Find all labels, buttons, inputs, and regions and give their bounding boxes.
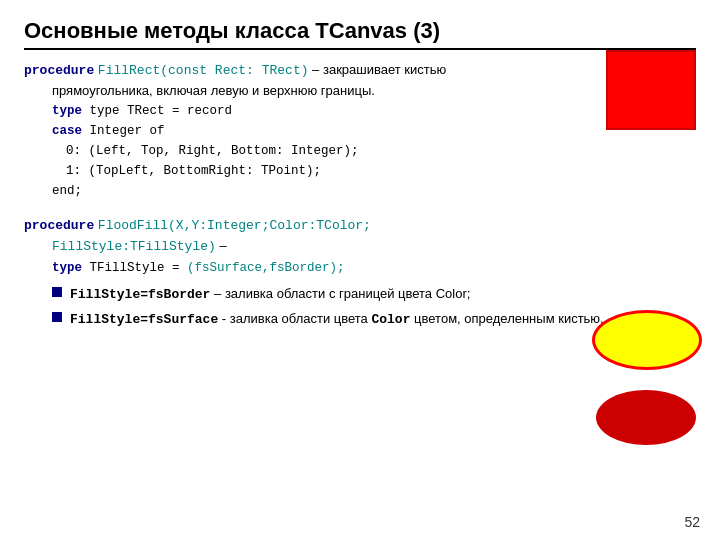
section2-line1: procedure FloodFill(X,Y:Integer;Color:TC…	[24, 215, 696, 236]
yellow-ellipse-graphic	[592, 310, 702, 370]
section1: procedure FillRect(const Rect: TRect) – …	[24, 60, 696, 201]
bullet1-content: FillStyle=fsBorder – заливка области с г…	[70, 284, 470, 305]
keyword-procedure2: procedure	[24, 218, 94, 233]
section1-line1: procedure FillRect(const Rect: TRect) – …	[24, 60, 696, 81]
keyword-procedure1: procedure	[24, 63, 94, 78]
section2-line2: FillStyle:TFillStyle) –	[52, 236, 696, 257]
slide: Основные методы класса TCanvas (3) proce…	[0, 0, 720, 540]
page-number: 52	[684, 514, 700, 530]
section2-line3: type TFillStyle = (fsSurface,fsBorder);	[52, 258, 696, 278]
bullet1-icon	[52, 287, 62, 297]
func-floodfill2: FillStyle:TFillStyle)	[52, 239, 216, 254]
slide-title: Основные методы класса TCanvas (3)	[24, 18, 696, 50]
section1-code3: 0: (Left, Top, Right, Bottom: Integer);	[66, 141, 696, 161]
section1-desc: – закрашивает кистью	[312, 62, 446, 77]
section1-line2: прямоугольника, включая левую и верхнюю …	[52, 81, 696, 101]
bullet2-content: FillStyle=fsSurface - заливка области цв…	[70, 309, 604, 330]
section1-code5: end;	[52, 181, 696, 201]
section2-dash: –	[219, 238, 226, 253]
func-floodfill: FloodFill(X,Y:Integer;Color:TColor;	[98, 218, 371, 233]
section1-code4: 1: (TopLeft, BottomRight: TPoint);	[66, 161, 696, 181]
red-ellipse-graphic	[596, 390, 696, 445]
section1-code2: case Integer of	[52, 121, 696, 141]
bullet2-icon	[52, 312, 62, 322]
section2: procedure FloodFill(X,Y:Integer;Color:TC…	[24, 215, 696, 330]
section1-code1: type type TRect = record	[52, 101, 696, 121]
bullet1: FillStyle=fsBorder – заливка области с г…	[52, 284, 696, 305]
func-fillrect: FillRect(const Rect: TRect)	[98, 63, 309, 78]
